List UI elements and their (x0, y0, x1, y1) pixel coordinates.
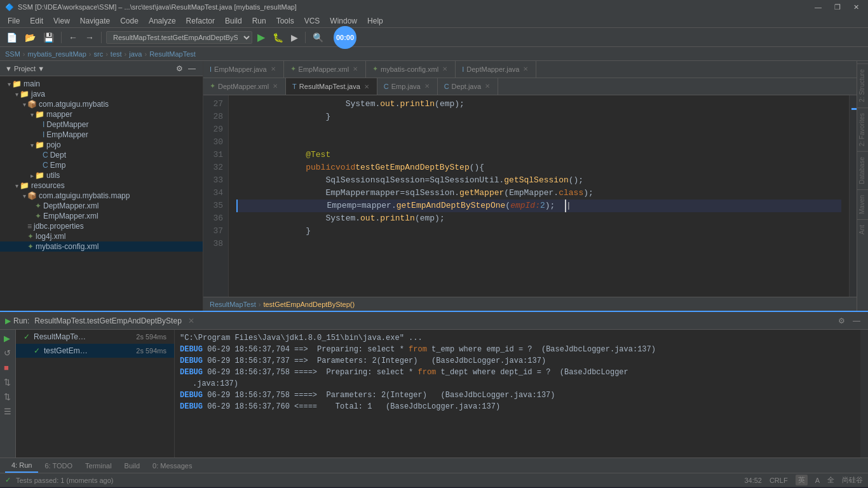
run-rerun-icon[interactable]: ↺ (1, 347, 14, 359)
bc-resultmaptest[interactable]: ResultMapTest (210, 301, 256, 308)
tree-label-resources: resources (31, 181, 65, 190)
tree-utils[interactable]: ▸ 📁 utils (0, 170, 203, 180)
tree-mapper[interactable]: ▾ 📁 mapper (0, 109, 203, 119)
debug-button[interactable]: 🐛 (270, 31, 286, 44)
menu-item-tools[interactable]: Tools (271, 15, 299, 27)
bottom-tab-messages[interactable]: 0: Messages (146, 459, 198, 472)
tree-pojo[interactable]: ▾ 📁 pojo (0, 140, 203, 150)
search-button[interactable]: 🔍 (310, 31, 326, 44)
vtab-structure[interactable]: 2: Structure (857, 64, 869, 107)
menu-item-vcs[interactable]: VCS (299, 15, 325, 27)
tree-java[interactable]: ▾ 📁 java (0, 89, 203, 99)
menu-item-file[interactable]: File (3, 15, 25, 27)
menu-item-navigate[interactable]: Navigate (75, 15, 115, 27)
vtab-maven[interactable]: Maven (857, 189, 869, 219)
encoding-indicator[interactable]: CRLF (770, 477, 788, 484)
bc-method[interactable]: testGetEmpAndDeptByStep() (263, 301, 355, 308)
save-button[interactable]: 💾 (41, 31, 57, 44)
bc-resultmap[interactable]: mybatis_resultMap (28, 50, 86, 58)
tab-icon-empmapper-xml: ✦ (290, 65, 296, 73)
tab-close-empmapper-xml[interactable]: ✕ (351, 65, 359, 72)
tab-close-empmapper-java[interactable]: ✕ (269, 65, 277, 72)
tab-close-emp-java[interactable]: ✕ (423, 83, 431, 90)
tab-emp-java[interactable]: C Emp.java ✕ (377, 78, 438, 95)
forward-button[interactable]: → (83, 31, 97, 44)
menu-item-edit[interactable]: Edit (25, 15, 48, 27)
tree-empmapper-xml[interactable]: ▾ ✦ EmpMapper.xml (0, 211, 203, 221)
tree-deptmapper[interactable]: ▾ I DeptMapper (0, 119, 203, 130)
bc-ssm[interactable]: SSM (5, 50, 20, 58)
bottom-tab-terminal[interactable]: Terminal (79, 459, 118, 472)
tab-empmapper-xml[interactable]: ✦ EmpMapper.xml ✕ (284, 61, 366, 78)
tab-deptmapper-java[interactable]: I DeptMapper.java ✕ (456, 61, 536, 78)
folder-icon-resources: 📁 (20, 181, 29, 190)
code-editor[interactable]: 27 28 29 30 31 32 33 34 35 36 37 38 Syst… (203, 95, 857, 297)
tree-empmapper[interactable]: ▾ I EmpMapper (0, 130, 203, 140)
tree-mybatis-config[interactable]: ▾ ✦ mybatis-config.xml (0, 241, 203, 252)
bc-java[interactable]: java (129, 50, 142, 58)
tree-main[interactable]: ▾ 📁 main (0, 79, 203, 89)
tab-dept-java[interactable]: C Dept.java ✕ (438, 78, 498, 95)
close-button[interactable]: ✕ (850, 2, 863, 13)
new-file-button[interactable]: 📄 (4, 31, 20, 44)
run-button[interactable]: ▶ (255, 30, 268, 44)
run-item-resultmapte[interactable]: ✓ ResultMapTe… 2s 594ms (16, 330, 174, 344)
bc-src[interactable]: src (94, 50, 104, 58)
position-indicator[interactable]: 34:52 (744, 477, 762, 484)
vtab-database[interactable]: Database (857, 151, 869, 189)
tab-deptmapper-xml[interactable]: ✦ DeptMapper.xml ✕ (203, 78, 286, 95)
tab-close-deptmapper-xml[interactable]: ✕ (271, 83, 279, 90)
menu-item-analyze[interactable]: Analyze (144, 15, 181, 27)
maximize-button[interactable]: ❐ (831, 2, 844, 13)
menu-item-window[interactable]: Window (325, 15, 362, 27)
run-filter-icon[interactable]: ⇅ (1, 376, 14, 388)
bottom-tab-build[interactable]: Build (118, 459, 146, 472)
tree-dept[interactable]: ▾ C Dept (0, 150, 203, 160)
tree-emp[interactable]: ▾ C Emp (0, 160, 203, 170)
bc-file[interactable]: ResultMapTest (149, 50, 196, 58)
tree-deptmapper-xml[interactable]: ▾ ✦ DeptMapper.xml (0, 201, 203, 211)
menu-item-view[interactable]: View (48, 15, 75, 27)
tree-com2[interactable]: ▾ 📦 com.atguigu.mybatis.mapp (0, 191, 203, 201)
run-item-testgetem[interactable]: ✓ testGetEm… 2s 594ms (16, 344, 174, 358)
bc-test[interactable]: test (111, 50, 122, 58)
run-config-combo[interactable]: ResultMapTest.testGetEmpAndDeptByStep (106, 31, 252, 44)
menu-item-code[interactable]: Code (115, 15, 144, 27)
menu-item-build[interactable]: Build (220, 15, 247, 27)
back-button[interactable]: ← (66, 31, 80, 44)
vtab-ant[interactable]: Ant (857, 219, 869, 240)
run-import-icon[interactable]: ☰ (1, 405, 14, 417)
run-play-icon[interactable]: ▶ (1, 332, 14, 344)
menu-item-refactor[interactable]: Refactor (181, 15, 220, 27)
run-with-coverage-button[interactable]: ▶ (288, 31, 301, 44)
tree-jdbc[interactable]: ▾ ≡ jdbc.properties (0, 221, 203, 231)
code-content[interactable]: System.out.println(emp); } @Test public … (229, 95, 849, 297)
tab-close-deptmapper-java[interactable]: ✕ (522, 65, 529, 72)
tab-close-mybatis-config[interactable]: ✕ (441, 65, 449, 72)
sidebar-collapse-icon[interactable]: — (186, 64, 198, 74)
tab-close-dept-java[interactable]: ✕ (484, 83, 491, 90)
tree-label-mybatis-config: mybatis-config.xml (36, 242, 98, 251)
vtab-favorites[interactable]: 2: Favorites (857, 107, 869, 151)
run-sort-icon[interactable]: ⇅ (1, 391, 14, 403)
sidebar-gear-icon[interactable]: ⚙ (174, 64, 185, 74)
settings-icon[interactable]: ⚙ (836, 315, 848, 327)
open-file-button[interactable]: 📂 (22, 31, 38, 44)
tab-close-resultmaptest[interactable]: ✕ (363, 83, 370, 90)
console-debug-3: DEBUG 06-29 18:56:37,758 ====> Preparing… (180, 367, 855, 378)
bottom-tab-todo[interactable]: 6: TODO (38, 459, 79, 472)
bottom-tab-run[interactable]: 4: Run (5, 459, 38, 473)
tree-com[interactable]: ▾ 📦 com.atguigu.mybatis (0, 99, 203, 109)
collapse-icon[interactable]: — (850, 315, 863, 327)
tree-log4j[interactable]: ▾ ✦ log4j.xml (0, 231, 203, 241)
menu-item-run[interactable]: Run (247, 15, 271, 27)
minimize-button[interactable]: — (811, 2, 825, 13)
run-stop-icon[interactable]: ■ (1, 362, 14, 374)
menu-item-help[interactable]: Help (362, 15, 388, 27)
run-close[interactable]: ✕ (188, 316, 194, 325)
tree-resources[interactable]: ▾ 📁 resources (0, 180, 203, 191)
run-scrollbar[interactable] (860, 330, 868, 458)
tab-empmapper-java[interactable]: I EmpMapper.java ✕ (203, 61, 284, 78)
tab-mybatis-config[interactable]: ✦ mybatis-config.xml ✕ (366, 61, 456, 78)
tab-resultmaptest-java[interactable]: T ResultMapTest.java ✕ (286, 78, 377, 95)
